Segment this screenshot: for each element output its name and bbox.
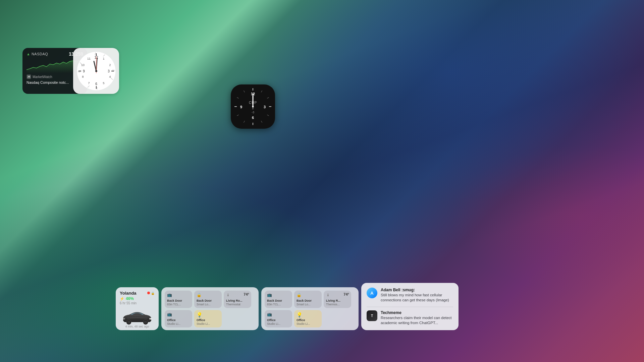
- svg-point-54: [127, 321, 130, 323]
- svg-text:9: 9: [83, 69, 85, 73]
- svg-point-56: [144, 321, 147, 323]
- home-tile-thermostat-2[interactable]: 🌡 74° Living R... Thermos...: [324, 291, 351, 308]
- car-image-svg: [120, 309, 154, 326]
- home-tile-backdoor-lock[interactable]: 🔒 Back Door Smart Lo...: [194, 291, 222, 308]
- home-tile-office-light[interactable]: 💡 Office Studio Li...: [194, 310, 222, 327]
- office-light-name: Office: [197, 318, 219, 322]
- nasdaq-source: MarketWatch: [33, 75, 52, 79]
- backdoor-lock-name: Back Door: [197, 299, 219, 303]
- backdoor-lock-sub: Smart Lo...: [197, 303, 219, 306]
- notification-divider: [367, 307, 453, 307]
- home-tile-backdoor-lock-2[interactable]: 🔒 Back Door Smart Lo...: [294, 291, 322, 308]
- marketwatch-icon: [26, 74, 31, 79]
- thermo-temp-2: 74°: [343, 292, 349, 296]
- battery-icon: ⚡: [120, 297, 124, 301]
- svg-text:8: 8: [82, 75, 84, 78]
- home-tile-backdoor-tv[interactable]: 📺 Back Door 65in TCL...: [165, 291, 192, 308]
- notification-panel[interactable]: A Adam Bell :smug: Still blows my mind h…: [361, 283, 459, 330]
- home-tile-backdoor-tv-2[interactable]: 📺 Back Door 65in TCL...: [265, 291, 292, 308]
- car-status-icons: 🔒: [147, 292, 155, 295]
- svg-text:7: 7: [88, 81, 90, 85]
- home-group-1: 📺 Back Door 65in TCL... 🔒 Back Door Smar…: [161, 287, 259, 330]
- car-timestamp: 4 min, 48 sec ago: [116, 325, 159, 328]
- tv-icon-2: 📺: [267, 293, 290, 297]
- office-light-name-2: Office: [297, 318, 319, 322]
- home-tile-office-tv-2[interactable]: 📺 Office Studio Li...: [265, 310, 292, 327]
- notification-item-techmeme: T Techmeme Researchers claim their model…: [367, 310, 453, 325]
- notification-item-adam: A Adam Bell :smug: Still blows my mind h…: [367, 288, 453, 303]
- backdoor-tv-sub-2: 65in TCL...: [267, 303, 290, 306]
- svg-text:5: 5: [103, 81, 104, 85]
- office-tv-icon: 📺: [167, 312, 190, 317]
- analog-clock-widget[interactable]: 12 3 9 6 1 2 4 5 11 10 8 7: [73, 48, 119, 94]
- home-group-2: 📺 Back Door 65in TCL... 🔒 Back Door Smar…: [261, 287, 359, 330]
- tv-icon: 📺: [167, 293, 190, 297]
- lock-icon-2: 🔒: [297, 293, 319, 297]
- svg-text:2: 2: [109, 63, 111, 67]
- battery-percentage: 46%: [126, 296, 134, 301]
- backdoor-lock-name-2: Back Door: [297, 299, 319, 303]
- techmeme-sender: Techmeme: [381, 310, 453, 315]
- svg-text:6: 6: [252, 116, 254, 120]
- home-tile-thermostat[interactable]: 🌡 74° Living Ro... Thermostat: [224, 291, 251, 308]
- clock-face: 12 3 9 6 1 2 4 5 11 10 8 7: [76, 51, 116, 91]
- svg-text:11: 11: [87, 57, 90, 60]
- svg-text:-3: -3: [252, 111, 254, 114]
- backdoor-lock-sub-2: Smart Lo...: [297, 303, 319, 306]
- car-widget-header: Yolanda 🔒: [120, 291, 155, 296]
- home-tile-office-tv[interactable]: 📺 Office Studio Li...: [165, 310, 192, 327]
- svg-text:3: 3: [264, 105, 266, 109]
- car-charge-time: 6 hr 55 min: [120, 301, 155, 305]
- svg-point-52: [252, 106, 254, 108]
- nasdaq-label: NASDAQ: [32, 52, 48, 56]
- office-light-sub: Studio Li...: [197, 322, 219, 325]
- nasdaq-arrow: ▲: [26, 52, 30, 56]
- backdoor-tv-name-2: Back Door: [267, 299, 290, 303]
- light-bulb-icon: 💡: [197, 312, 219, 317]
- techmeme-avatar: T: [367, 310, 377, 321]
- backdoor-tv-name: Back Door: [167, 299, 190, 303]
- car-recording-dot: [147, 292, 150, 294]
- thermostat-sub-2: Thermos...: [326, 303, 349, 306]
- car-widget[interactable]: Yolanda 🔒 ⚡ 46% 6 hr 55 min: [116, 287, 159, 330]
- svg-point-29: [95, 70, 97, 72]
- office-tv-name-2: Office: [267, 318, 290, 322]
- dark-watch-face[interactable]: 12 3 9 CUP -3 6: [231, 84, 275, 129]
- techmeme-text: Researchers claim their model can detect…: [381, 315, 453, 325]
- office-tv-icon-2: 📺: [267, 312, 290, 317]
- office-tv-sub-2: Studio Li...: [267, 322, 290, 325]
- adam-avatar: A: [367, 288, 377, 298]
- home-tile-office-light-2[interactable]: 💡 Office Studio Li...: [294, 310, 322, 327]
- car-name: Yolanda: [120, 291, 137, 296]
- svg-point-58: [122, 318, 125, 319]
- adam-text: Still blows my mind how fast cellular co…: [381, 293, 453, 303]
- svg-point-57: [149, 318, 152, 319]
- svg-text:6: 6: [95, 82, 97, 86]
- techmeme-notification-content: Techmeme Researchers claim their model c…: [381, 310, 453, 325]
- svg-text:4: 4: [109, 75, 111, 78]
- car-battery-row: ⚡ 46%: [120, 296, 155, 301]
- light-bulb-icon-2: 💡: [297, 312, 319, 317]
- desktop-content: ▲ NASDAQ 13,259: [0, 0, 644, 362]
- office-tv-sub: Studio Li...: [167, 322, 190, 325]
- office-tv-name: Office: [167, 318, 190, 322]
- office-light-sub-2: Studio Li...: [297, 322, 319, 325]
- svg-text:3: 3: [108, 69, 110, 73]
- svg-text:9: 9: [240, 105, 242, 109]
- svg-text:1: 1: [103, 57, 104, 60]
- adam-notification-content: Adam Bell :smug: Still blows my mind how…: [381, 288, 453, 303]
- backdoor-tv-sub: 65in TCL...: [167, 303, 190, 306]
- svg-text:10: 10: [81, 63, 84, 67]
- thermostat-name-2: Living R...: [326, 299, 349, 303]
- bottom-widgets-area: Yolanda 🔒 ⚡ 46% 6 hr 55 min: [116, 283, 459, 330]
- thermo-temp: 74°: [244, 292, 249, 296]
- car-lock-icon: 🔒: [151, 292, 155, 295]
- thermostat-name: Living Ro...: [226, 299, 249, 303]
- adam-sender: Adam Bell :smug:: [381, 288, 453, 292]
- thermostat-sub: Thermostat: [226, 303, 249, 306]
- lock-icon-1: 🔒: [197, 293, 219, 297]
